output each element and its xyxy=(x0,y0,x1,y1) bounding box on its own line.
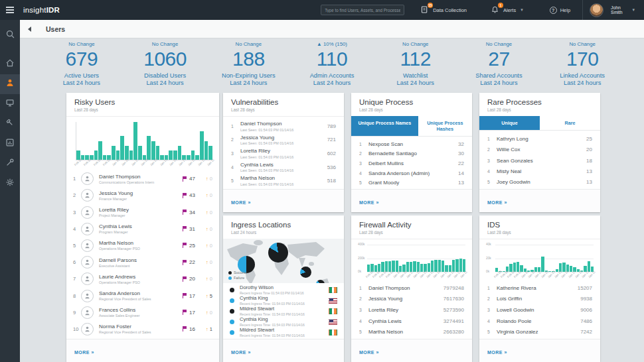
sidebar-item-search[interactable] xyxy=(0,25,20,45)
sidebar-item-endpoints[interactable] xyxy=(0,94,20,114)
user-menu[interactable]: JohnSmith ▾ xyxy=(590,3,635,17)
list-item[interactable]: 3Loretta Riley5273590 xyxy=(351,304,472,316)
list-item[interactable]: Cynthia KingRecent Ingress Time: 01:54:0… xyxy=(223,295,344,306)
data-collection-badge: 15 xyxy=(428,3,433,8)
map-legend: SuccessFailure xyxy=(228,269,247,280)
sidebar-item-reports[interactable] xyxy=(0,134,20,154)
row-rank: 2 xyxy=(231,137,240,142)
x-tick-label: Feb 06 xyxy=(500,273,508,281)
list-item[interactable]: 4Sandra Anderson (Admin)14 xyxy=(351,168,472,178)
x-tick-label: Jan 15 xyxy=(446,273,454,281)
list-item[interactable]: 5Joey Goodwin13 xyxy=(479,177,600,188)
tab-unique[interactable]: Unique xyxy=(479,116,540,130)
risky-user-row[interactable]: 1Daniel ThompsonCommunications Operation… xyxy=(66,170,219,187)
back-arrow-icon[interactable] xyxy=(28,27,31,32)
stat-6[interactable]: No Change170Linked AccountsLast 24 hours xyxy=(540,41,624,89)
list-item[interactable]: 2Willie Cox20 xyxy=(479,144,600,154)
list-item[interactable]: 5Martha Nelson2663280 xyxy=(351,326,472,337)
more-link[interactable]: MORE » xyxy=(479,339,600,362)
list-item[interactable]: 2Jessica YoungLast Seen: 01:54:03 PM 01/… xyxy=(223,133,344,147)
risky-user-row[interactable]: 8Sandra AndersonRegional Vice President … xyxy=(66,287,219,304)
sidebar-item-log-search[interactable] xyxy=(0,154,20,174)
sidebar-item-home[interactable] xyxy=(0,54,20,74)
insightidr-dashboard: insightIDR 15 Data Collection 1 Alerts ▾… xyxy=(0,0,644,362)
user-role: Finance Manager xyxy=(99,197,182,201)
tab-rare[interactable]: Rare xyxy=(540,116,600,130)
list-item[interactable]: Mildred StewartRecent Ingress Time: 01:5… xyxy=(223,306,344,316)
risky-user-row[interactable]: 5Martha NelsonOperations Manager PSO25↑0 xyxy=(66,237,219,254)
more-link[interactable]: MORE » xyxy=(479,189,600,212)
stat-4[interactable]: No Change112WatchlistLast 24 hours xyxy=(374,41,457,89)
user-avatar-icon xyxy=(81,172,94,185)
risky-user-row[interactable]: 7Laurie AndrewsOperations Manager PSO20↑… xyxy=(66,271,219,287)
list-item[interactable]: 1Nexpose Scan32 xyxy=(351,139,472,149)
user-avatar-icon xyxy=(81,323,94,335)
firewall-list: 1Daniel Thompson79792482Jessica Young761… xyxy=(351,281,472,339)
more-link[interactable]: MORE » xyxy=(66,339,219,362)
sidebar-item-users[interactable] xyxy=(0,74,20,94)
list-item[interactable]: 4Cynthia LewisLast Seen: 01:54:03 PM 01/… xyxy=(223,160,344,174)
user-role: Regional Vice President of Sales xyxy=(99,330,182,334)
tab-unique-process-hashes[interactable]: Unique Process Hashes xyxy=(418,116,472,136)
list-item[interactable]: 1Daniel Thompson7979248 xyxy=(351,282,472,294)
stat-period: Last 24 hours xyxy=(457,80,541,86)
more-link[interactable]: MORE » xyxy=(351,189,472,212)
more-link[interactable]: MORE » xyxy=(351,339,472,362)
more-link[interactable]: MORE » xyxy=(223,339,344,362)
x-tick-label: Jan 23 xyxy=(149,161,157,169)
list-item[interactable]: Mildred StewartRecent Ingress Time: 01:5… xyxy=(223,327,344,337)
list-item[interactable]: Cynthia KingRecent Ingress Time: 01:54:0… xyxy=(223,316,344,327)
flag-count: 16 xyxy=(182,326,195,332)
help-button[interactable]: ? Help xyxy=(550,7,570,14)
list-item[interactable]: 1Katherine Rivera15207 xyxy=(479,282,600,294)
row-value: 7242 xyxy=(580,329,592,335)
risky-user-row[interactable]: 6Darnell ParsonsExecutive Assistant22↑0 xyxy=(66,254,219,271)
list-item[interactable]: 3Delbert Mullins22 xyxy=(351,158,472,168)
more-link[interactable]: MORE » xyxy=(223,189,344,212)
list-item[interactable]: 4Misty Neal13 xyxy=(479,166,600,176)
stat-3[interactable]: ▲ 10% (150)110Admin AccountsLast 24 hour… xyxy=(290,41,374,89)
list-item[interactable]: 3Loretta RileyLast Seen: 01:54:03 PM 01/… xyxy=(223,147,344,160)
tab-unique-process-names[interactable]: Unique Process Names xyxy=(351,116,418,136)
sidebar-item-investigations[interactable] xyxy=(0,114,20,134)
map-marker[interactable] xyxy=(268,243,288,263)
search-input[interactable] xyxy=(321,5,404,15)
stat-1[interactable]: No Change1060Disabled UsersLast 24 hours xyxy=(123,41,207,89)
arrow-up-icon: ↑ xyxy=(206,210,208,215)
list-item[interactable]: 5Grant Moody13 xyxy=(351,178,472,188)
stat-label: Watchlist xyxy=(374,72,457,79)
risky-user-row[interactable]: 4Cynthia LewisProgram Manager31↑0 xyxy=(66,221,219,237)
risky-user-row[interactable]: 9Frances CollinsAssociate Sales Engineer… xyxy=(66,304,219,321)
chart-bar xyxy=(103,155,107,160)
list-item[interactable]: 2Jessica Young7617630 xyxy=(351,294,472,305)
alerts-button[interactable]: 1 Alerts ▾ xyxy=(491,5,523,15)
data-collection-button[interactable]: 15 Data Collection xyxy=(420,5,467,15)
stat-5[interactable]: No Change27Shared AccountsLast 24 hours xyxy=(457,41,541,89)
row-rank: 3 xyxy=(359,161,368,166)
risky-user-row[interactable]: 10Norma FosterRegional Vice President of… xyxy=(66,321,219,337)
map-marker[interactable] xyxy=(300,267,311,278)
stat-period: Last 24 hours xyxy=(40,80,123,86)
list-item[interactable]: 1Daniel ThompsonLast Seen: 01:54:03 PM 0… xyxy=(223,119,344,133)
list-item[interactable]: 1Kathryn Long25 xyxy=(479,133,600,144)
list-item[interactable]: 2Bernadette Santiago30 xyxy=(351,149,472,159)
sidebar-item-settings[interactable] xyxy=(0,174,20,194)
list-item[interactable]: 3Lowell Goodwin9006 xyxy=(479,304,600,316)
list-item[interactable]: 5Martha NelsonLast Seen: 01:54:03 PM 01/… xyxy=(223,174,344,188)
hamburger-menu-icon[interactable] xyxy=(0,0,20,20)
stat-0[interactable]: No Change679Active UsersLast 24 hours xyxy=(40,41,123,89)
list-item[interactable]: 4Rolando Poole7486 xyxy=(479,316,600,327)
list-item[interactable]: 4Cynthia Lewis3274491 xyxy=(351,316,472,327)
risky-user-row[interactable]: 3Loretta RileyProject Manager34↑0 xyxy=(66,204,219,220)
x-tick-label: Jan 31 xyxy=(521,273,528,281)
ids-list: 1Katherine Rivera152072Lois Griffin99383… xyxy=(479,281,600,339)
flag-icon xyxy=(182,225,187,232)
stat-2[interactable]: No Change188Non-Expiring UsersLast 24 ho… xyxy=(206,41,290,89)
list-item[interactable]: 5Virginia Gonzalez7242 xyxy=(479,326,600,337)
list-item[interactable]: Dorothy WilsonRecent Ingress Time 01:54:… xyxy=(223,284,344,295)
risky-user-row[interactable]: 2Jessica YoungFinance Manager43↑0 xyxy=(66,187,219,204)
list-item[interactable]: 3Sean Gonzales18 xyxy=(479,155,600,166)
row-name: Cynthia King xyxy=(240,295,329,301)
list-item[interactable]: 2Lois Griffin9938 xyxy=(479,294,600,305)
row-rank: 3 xyxy=(359,308,368,312)
